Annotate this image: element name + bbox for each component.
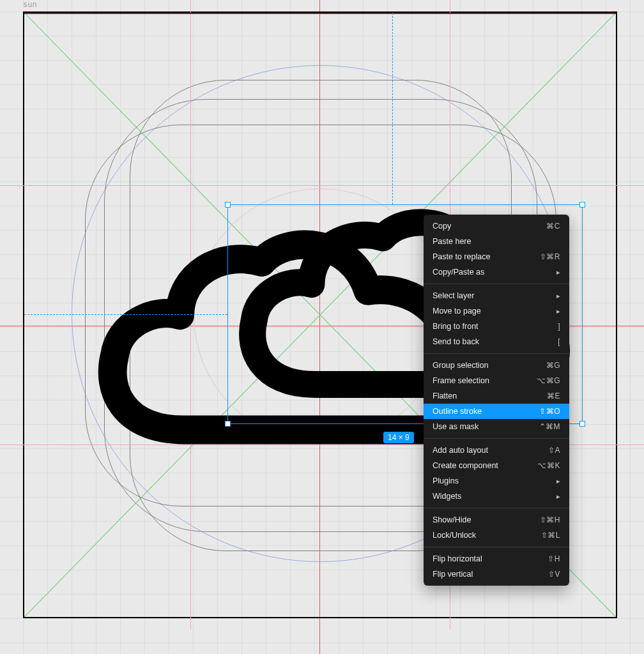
menu-item-shortcut: ⇧⌘O — [539, 407, 560, 416]
submenu-chevron-icon: ▸ — [556, 268, 561, 277]
menu-item-flatten[interactable]: Flatten⌘E — [424, 388, 569, 404]
menu-separator — [424, 353, 569, 354]
menu-item-shortcut: ⇧A — [548, 446, 560, 455]
pink-guide-h1 — [0, 185, 644, 186]
menu-item-shortcut: ⇧H — [548, 554, 560, 563]
menu-item-frame-selection[interactable]: Frame selection⌥⌘G — [424, 373, 569, 388]
menu-item-label: Show/Hide — [433, 515, 471, 524]
menu-item-use-as-mask[interactable]: Use as mask⌃⌘M — [424, 419, 569, 434]
menu-separator — [424, 508, 569, 508]
menu-separator — [424, 547, 569, 547]
selection-size-badge: 14 × 9 — [383, 432, 414, 443]
menu-item-label: Group selection — [433, 361, 489, 370]
menu-item-widgets[interactable]: Widgets▸ — [424, 489, 569, 504]
menu-item-label: Move to page — [433, 307, 481, 316]
menu-item-label: Copy/Paste as — [433, 268, 484, 277]
menu-item-label: Frame selection — [433, 376, 489, 385]
menu-item-add-auto-layout[interactable]: Add auto layout⇧A — [424, 443, 569, 458]
menu-item-paste-here[interactable]: Paste here — [424, 234, 569, 249]
menu-item-label: Lock/Unlock — [433, 531, 476, 540]
menu-item-select-layer[interactable]: Select layer▸ — [424, 288, 569, 303]
resize-handle-tl[interactable] — [225, 202, 231, 208]
menu-item-shortcut: ⇧V — [548, 570, 560, 579]
menu-item-show-hide[interactable]: Show/Hide⇧⌘H — [424, 512, 569, 528]
menu-item-shortcut: ⌥⌘G — [537, 376, 560, 385]
menu-item-label: Create component — [433, 461, 498, 470]
menu-item-label: Widgets — [433, 492, 461, 501]
menu-item-label: Send to back — [433, 337, 479, 346]
frame-top-accent — [24, 13, 616, 14]
menu-item-copy-paste-as[interactable]: Copy/Paste as▸ — [424, 264, 569, 280]
menu-item-flip-horizontal[interactable]: Flip horizontal⇧H — [424, 551, 569, 567]
menu-item-shortcut: ⌘C — [546, 222, 560, 231]
menu-item-create-component[interactable]: Create component⌥⌘K — [424, 458, 569, 473]
submenu-chevron-icon: ▸ — [556, 307, 561, 316]
menu-item-shortcut: ⌘G — [546, 361, 560, 370]
canvas-stage[interactable]: sun — [0, 0, 644, 654]
menu-item-label: Flip vertical — [433, 570, 473, 579]
menu-item-copy[interactable]: Copy⌘C — [424, 218, 569, 234]
resize-handle-tr[interactable] — [579, 202, 585, 208]
menu-item-shortcut: ⇧⌘H — [540, 515, 560, 524]
menu-item-flip-vertical[interactable]: Flip vertical⇧V — [424, 567, 569, 582]
menu-item-shortcut: ⌥⌘K — [537, 461, 560, 470]
menu-item-outline-stroke[interactable]: Outline stroke⇧⌘O — [424, 404, 569, 419]
menu-item-label: Flatten — [433, 392, 457, 400]
menu-item-label: Paste to replace — [433, 252, 490, 261]
submenu-chevron-icon: ▸ — [556, 477, 561, 485]
menu-item-label: Copy — [433, 222, 451, 231]
resize-handle-bl[interactable] — [225, 421, 231, 427]
menu-item-label: Plugins — [433, 476, 459, 485]
menu-item-bring-to-front[interactable]: Bring to front] — [424, 319, 569, 334]
menu-item-plugins[interactable]: Plugins▸ — [424, 473, 569, 489]
resize-handle-br[interactable] — [579, 421, 585, 427]
menu-item-shortcut: ⇧⌘L — [541, 531, 560, 540]
submenu-chevron-icon: ▸ — [556, 292, 561, 300]
menu-item-shortcut: ] — [558, 322, 560, 331]
measure-dashed-vertical — [392, 13, 393, 204]
menu-item-label: Flip horizontal — [433, 554, 482, 563]
menu-item-paste-to-replace[interactable]: Paste to replace⇧⌘R — [424, 249, 569, 264]
menu-item-lock-unlock[interactable]: Lock/Unlock⇧⌘L — [424, 528, 569, 543]
menu-item-shortcut: ⇧⌘R — [540, 252, 560, 261]
measure-dashed-horizontal — [24, 314, 227, 315]
menu-item-label: Bring to front — [433, 322, 479, 331]
submenu-chevron-icon: ▸ — [556, 492, 561, 501]
menu-item-label: Add auto layout — [433, 446, 488, 455]
menu-item-shortcut: ⌃⌘M — [539, 422, 561, 431]
menu-item-group-selection[interactable]: Group selection⌘G — [424, 358, 569, 373]
menu-item-label: Select layer — [433, 291, 474, 300]
menu-item-label: Paste here — [433, 237, 471, 246]
menu-separator — [424, 284, 569, 284]
menu-separator — [424, 438, 569, 439]
menu-item-label: Outline stroke — [433, 407, 482, 416]
menu-item-label: Use as mask — [433, 422, 479, 431]
context-menu[interactable]: Copy⌘CPaste herePaste to replace⇧⌘RCopy/… — [424, 215, 569, 586]
menu-item-send-to-back[interactable]: Send to back[ — [424, 334, 569, 349]
menu-item-move-to-page[interactable]: Move to page▸ — [424, 303, 569, 319]
menu-item-shortcut: ⌘E — [547, 392, 560, 400]
menu-item-shortcut: [ — [558, 337, 560, 346]
frame-label[interactable]: sun — [23, 0, 37, 9]
